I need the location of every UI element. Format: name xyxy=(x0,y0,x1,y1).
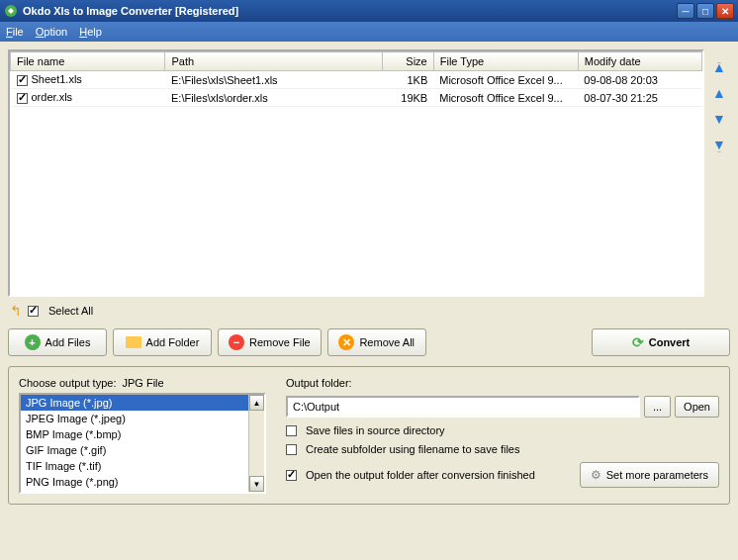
scroll-up-icon[interactable]: ▲ xyxy=(249,395,264,411)
scroll-down-icon[interactable]: ▼ xyxy=(249,476,264,492)
output-folder-input[interactable] xyxy=(286,396,640,418)
create-subfolder-label: Create subfolder using filename to save … xyxy=(306,443,519,455)
x-icon: ✕ xyxy=(338,334,354,350)
folder-icon xyxy=(126,336,141,348)
table-row[interactable]: Sheet1.xlsE:\Files\xls\Sheet1.xls1KBMicr… xyxy=(11,71,702,89)
open-after-label: Open the output folder after conversion … xyxy=(306,469,535,481)
column-header-name[interactable]: File name xyxy=(11,52,165,71)
add-folder-button[interactable]: Add Folder xyxy=(113,328,212,356)
row-checkbox[interactable] xyxy=(17,75,28,86)
list-item[interactable]: PNG Image (*.png) xyxy=(21,474,248,490)
convert-button[interactable]: ⟳ Convert xyxy=(592,328,730,356)
column-header-date[interactable]: Modify date xyxy=(578,52,701,71)
save-in-source-checkbox[interactable] xyxy=(286,425,297,436)
menu-option[interactable]: Option xyxy=(36,26,67,38)
column-header-size[interactable]: Size xyxy=(382,52,433,71)
minimize-button[interactable]: ─ xyxy=(677,3,694,19)
close-button[interactable]: ✕ xyxy=(716,3,734,19)
menu-help[interactable]: Help xyxy=(79,26,102,38)
output-type-label: Choose output type: xyxy=(19,377,116,389)
output-type-current: JPG File xyxy=(122,377,163,389)
output-folder-label: Output folder: xyxy=(286,377,719,389)
move-down-icon[interactable]: ▼ xyxy=(711,111,727,127)
column-header-path[interactable]: Path xyxy=(165,52,382,71)
reorder-controls: ▲_ ▲ ▼ ▼_ xyxy=(708,49,730,297)
file-list[interactable]: File name Path Size File Type Modify dat… xyxy=(8,49,704,297)
menu-bar: File Option Help xyxy=(0,22,738,42)
open-after-checkbox[interactable] xyxy=(286,470,297,481)
list-item[interactable]: TIF Image (*.tif) xyxy=(21,458,248,474)
move-bottom-icon[interactable]: ▼_ xyxy=(711,137,727,152)
remove-file-button[interactable]: − Remove File xyxy=(218,328,322,356)
select-all-label: Select All xyxy=(48,305,93,317)
window-title: Okdo Xls to Image Converter [Registered] xyxy=(23,5,677,17)
browse-button[interactable]: ... xyxy=(644,396,671,418)
folder-up-icon[interactable]: ↰ xyxy=(10,303,22,319)
listbox-scrollbar[interactable]: ▲ ▼ xyxy=(248,395,264,492)
main-panel: File name Path Size File Type Modify dat… xyxy=(0,42,738,513)
app-icon xyxy=(4,4,18,18)
list-item[interactable]: JPEG Image (*.jpeg) xyxy=(21,411,248,426)
select-all-checkbox[interactable] xyxy=(28,306,39,317)
maximize-button[interactable]: □ xyxy=(696,3,714,19)
move-top-icon[interactable]: ▲_ xyxy=(711,59,727,75)
row-checkbox[interactable] xyxy=(17,93,28,104)
title-bar: Okdo Xls to Image Converter [Registered]… xyxy=(0,0,738,22)
column-header-type[interactable]: File Type xyxy=(433,52,578,71)
open-folder-button[interactable]: Open xyxy=(675,396,719,418)
remove-all-button[interactable]: ✕ Remove All xyxy=(327,328,426,356)
create-subfolder-checkbox[interactable] xyxy=(286,444,297,455)
convert-icon: ⟳ xyxy=(632,334,644,350)
menu-file[interactable]: File xyxy=(6,26,24,38)
list-item[interactable]: GIF Image (*.gif) xyxy=(21,442,248,458)
list-item[interactable]: JPG Image (*.jpg) xyxy=(21,395,248,411)
move-up-icon[interactable]: ▲ xyxy=(711,85,727,101)
set-more-parameters-button[interactable]: ⚙ Set more parameters xyxy=(580,462,719,488)
output-type-listbox[interactable]: JPG Image (*.jpg)JPEG Image (*.jpeg)BMP … xyxy=(21,395,248,492)
table-row[interactable]: order.xlsE:\Files\xls\order.xls19KBMicro… xyxy=(11,89,702,107)
list-item[interactable]: BMP Image (*.bmp) xyxy=(21,426,248,442)
add-files-button[interactable]: + Add Files xyxy=(8,328,107,356)
save-in-source-label: Save files in source directory xyxy=(306,424,445,436)
window-controls: ─ □ ✕ xyxy=(677,3,734,19)
gear-icon: ⚙ xyxy=(591,468,601,482)
plus-icon: + xyxy=(25,334,41,350)
minus-icon: − xyxy=(229,334,244,350)
